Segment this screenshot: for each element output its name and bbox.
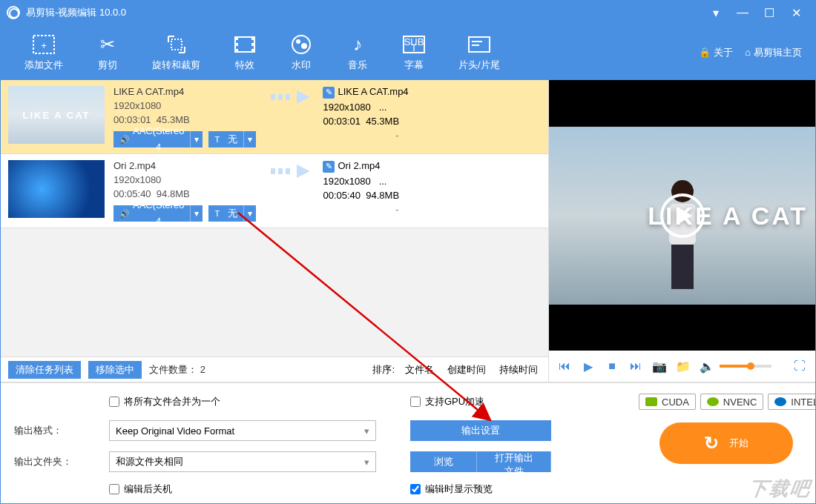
svg-rect-23	[278, 168, 283, 174]
chevron-down-icon[interactable]: ▾	[243, 205, 256, 222]
folder-button[interactable]: 📁	[675, 358, 691, 374]
refresh-icon: ↻	[704, 433, 719, 454]
chevron-down-icon[interactable]: ▾	[190, 205, 203, 222]
browse-button[interactable]: 浏览	[410, 451, 477, 472]
watermark-icon	[289, 33, 313, 56]
crop-icon	[165, 33, 188, 56]
output-folder-label: 输出文件夹：	[14, 455, 103, 468]
output-status: -	[323, 130, 471, 141]
rotate-crop-button[interactable]: 旋转和裁剪	[136, 24, 217, 80]
speaker-icon: 🔊	[119, 205, 130, 222]
music-note-icon: ♪	[346, 33, 369, 56]
svg-text:+: +	[41, 40, 47, 51]
file-count-label: 文件数量： 2	[149, 363, 205, 377]
audio-track-dropdown[interactable]: 🔊AAC(Stereo 4 ▾	[113, 205, 203, 222]
gpu-badges: CUDA NVENC INTEL	[639, 394, 816, 410]
remove-selected-button[interactable]: 移除选中	[88, 361, 142, 379]
volume-icon[interactable]: 🔈	[699, 358, 715, 374]
output-duration-size: 00:03:01 45.3MB	[323, 116, 471, 127]
scissors-icon: ✂	[96, 33, 119, 56]
intel-icon	[774, 397, 786, 406]
add-file-button[interactable]: + 添加文件	[8, 24, 79, 80]
watermark-button[interactable]: 水印	[273, 24, 329, 80]
output-format-select[interactable]: Keep Original Video Format▾	[109, 420, 376, 441]
file-thumbnail	[8, 160, 105, 218]
svg-rect-9	[251, 49, 254, 52]
file-resolution: 1920x1080	[113, 100, 256, 111]
nvidia-icon	[645, 397, 657, 406]
dropdown-caret-icon[interactable]: ▾	[703, 1, 729, 24]
svg-point-10	[292, 36, 310, 53]
snapshot-button[interactable]: 📷	[651, 358, 668, 374]
output-resolution: 1920x1080 ...	[323, 176, 471, 187]
home-link[interactable]: ⌂ 易剪辑主页	[745, 46, 802, 59]
play-button[interactable]: ▶	[580, 358, 596, 374]
subtitle-button[interactable]: SUBT 字幕	[386, 24, 442, 80]
output-duration-size: 00:05:40 94.8MB	[323, 190, 471, 201]
edit-icon[interactable]: ✎	[323, 87, 335, 99]
output-folder-select[interactable]: 和源文件夹相同▾	[109, 451, 376, 472]
play-overlay-icon[interactable]	[660, 193, 705, 238]
svg-rect-4	[235, 37, 238, 40]
file-row[interactable]: Ori 2.mp4 1920x1080 00:05:40 94.8MB 🔊AAC…	[1, 154, 548, 228]
next-button[interactable]: ⏭	[628, 358, 644, 374]
open-output-button[interactable]: 打开输出文件	[477, 451, 551, 472]
app-logo-icon	[7, 6, 20, 19]
subtitle-icon: SUBT	[402, 33, 426, 56]
home-icon: ⌂	[745, 47, 751, 58]
start-button[interactable]: ↻ 开始	[659, 422, 793, 464]
file-list: LIKE A CAT LIKE A CAT.mp4 1920x1080 00:0…	[1, 80, 548, 357]
chevron-down-icon[interactable]: ▾	[190, 131, 203, 147]
merge-checkbox[interactable]: 将所有文件合并为一个	[109, 395, 376, 408]
chevron-down-icon[interactable]: ▾	[243, 131, 256, 147]
svg-rect-7	[251, 37, 254, 40]
chevron-down-icon: ▾	[364, 425, 369, 437]
lock-icon: 🔒	[699, 47, 711, 58]
subtitle-track-dropdown[interactable]: T 无 ▾	[208, 131, 256, 147]
player-controls: ⏮ ▶ ■ ⏭ 📷 📁 🔈 ⛶	[549, 351, 815, 382]
edit-icon[interactable]: ✎	[323, 161, 335, 173]
subtitle-track-dropdown[interactable]: T 无 ▾	[208, 205, 256, 222]
file-row[interactable]: LIKE A CAT LIKE A CAT.mp4 1920x1080 00:0…	[1, 80, 548, 154]
text-icon: T	[214, 205, 220, 222]
show-preview-checkbox[interactable]: 编辑时显示预览	[410, 483, 633, 496]
file-resolution: 1920x1080	[113, 174, 256, 185]
shutdown-checkbox[interactable]: 编辑后关机	[109, 483, 376, 496]
sort-by-ctime[interactable]: 创建时间	[444, 362, 489, 378]
effect-button[interactable]: 特效	[217, 24, 273, 80]
svg-rect-6	[235, 49, 238, 52]
prev-button[interactable]: ⏮	[556, 358, 573, 374]
svg-text:T: T	[411, 42, 417, 53]
music-button[interactable]: ♪ 音乐	[329, 24, 386, 80]
sort-label: 排序:	[372, 363, 395, 377]
output-file-name: ✎LIKE A CAT.mp4	[323, 86, 471, 99]
minimize-button[interactable]: —	[729, 1, 756, 24]
volume-slider[interactable]	[720, 365, 771, 368]
maximize-button[interactable]: ☐	[756, 1, 783, 24]
gpu-checkbox[interactable]: 支持GPU加速	[410, 395, 484, 408]
output-settings-button[interactable]: 输出设置	[410, 420, 551, 441]
sort-by-name[interactable]: 文件名	[402, 362, 437, 378]
stop-button[interactable]: ■	[604, 358, 620, 374]
window-title: 易剪辑-视频编辑 10.0.0	[26, 6, 126, 19]
nvidia-icon	[707, 397, 719, 406]
svg-rect-19	[271, 94, 275, 100]
video-preview[interactable]: LIKE A CAT	[549, 80, 815, 351]
add-file-icon: +	[32, 33, 56, 56]
output-resolution: 1920x1080 ...	[323, 102, 471, 113]
title-bar: 易剪辑-视频编辑 10.0.0 ▾ — ☐ ✕	[1, 1, 815, 24]
close-button[interactable]: ✕	[783, 1, 809, 24]
clear-list-button[interactable]: 清除任务列表	[8, 361, 81, 379]
audio-track-dropdown[interactable]: 🔊AAC(Stereo 4 ▾	[113, 131, 203, 147]
site-watermark: 下载吧	[747, 476, 813, 502]
convert-arrow-icon	[256, 160, 323, 182]
nvenc-badge: NVENC	[700, 394, 764, 410]
intro-outro-button[interactable]: 片头/片尾	[442, 24, 516, 80]
cut-button[interactable]: ✂ 剪切	[79, 24, 136, 80]
about-link[interactable]: 🔒 关于	[699, 46, 733, 59]
sort-by-duration[interactable]: 持续时间	[496, 362, 541, 378]
list-footer: 清除任务列表 移除选中 文件数量： 2 排序: 文件名 创建时间 持续时间	[1, 357, 548, 382]
fullscreen-button[interactable]: ⛶	[792, 358, 808, 374]
svg-rect-2	[171, 39, 182, 50]
file-name: Ori 2.mp4	[113, 160, 256, 171]
